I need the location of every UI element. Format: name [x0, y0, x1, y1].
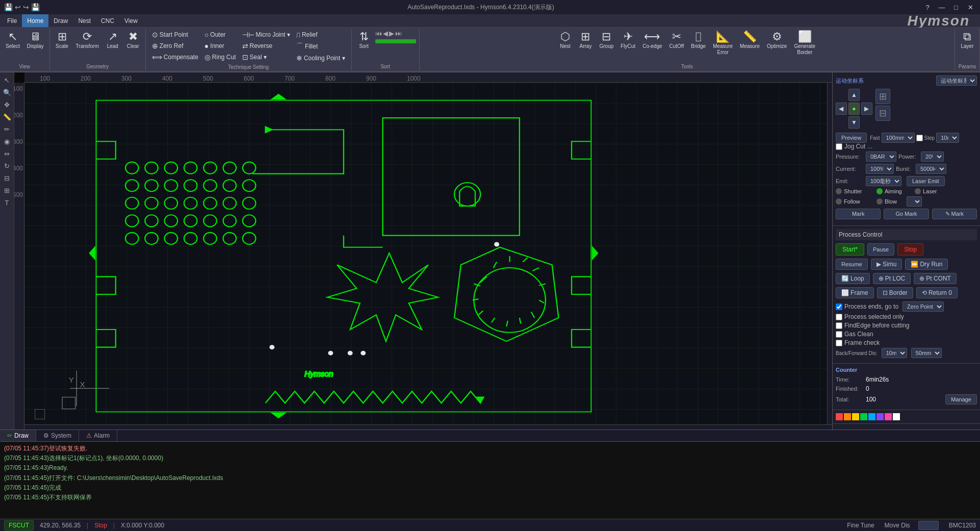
- border-btn[interactable]: ⊡ Border: [877, 287, 913, 298]
- select-btn[interactable]: ↖ Select: [3, 30, 22, 51]
- resume-btn[interactable]: Resume: [836, 259, 868, 270]
- canvas-area[interactable]: 100 200 300 400 500 600 700 800 900 1000…: [14, 72, 832, 429]
- mark-btn[interactable]: Mark: [836, 209, 881, 219]
- menu-file[interactable]: File: [2, 14, 22, 27]
- loop-btn[interactable]: 🔄 Loop: [836, 273, 870, 284]
- log-tab-alarm[interactable]: ⚠ Alarm: [79, 430, 117, 441]
- coord-center-btn[interactable]: ●: [848, 103, 860, 115]
- move-dis-input[interactable]: 10: [918, 521, 939, 530]
- sort-btn[interactable]: ⇅ Sort: [355, 30, 373, 51]
- menu-nest[interactable]: Nest: [73, 14, 96, 27]
- power-select[interactable]: 20%: [921, 151, 944, 162]
- swatch-5[interactable]: [868, 413, 875, 420]
- swatch-3[interactable]: [852, 413, 859, 420]
- relief-btn[interactable]: ⎍ Relief: [294, 30, 347, 40]
- process-selected-checkbox[interactable]: [836, 314, 842, 320]
- lt-pan-btn[interactable]: ✥: [1, 99, 13, 110]
- maximize-btn[interactable]: □: [950, 3, 962, 12]
- reverse-btn[interactable]: ⇄ Reverse: [240, 41, 292, 51]
- gas-clean-checkbox[interactable]: [836, 331, 842, 338]
- canvas-content[interactable]: Hymson X Y: [24, 83, 832, 429]
- coedge-btn[interactable]: ⟷ Co-edge: [640, 30, 664, 51]
- log-tab-system[interactable]: ⚙ System: [36, 430, 79, 441]
- close-btn[interactable]: ✕: [965, 3, 976, 12]
- generate-border-btn[interactable]: ⬜ GenerateBorder: [791, 30, 818, 57]
- log-tab-draw[interactable]: ✏ Draw: [0, 430, 36, 441]
- start-point-btn[interactable]: ⊙ Start Point: [150, 30, 200, 40]
- swatch-2[interactable]: [844, 413, 851, 420]
- pt-loc-btn[interactable]: ⊕ Pt LOC: [873, 273, 911, 284]
- jog-cut-checkbox[interactable]: [836, 143, 842, 150]
- measure-error-btn[interactable]: 📐 MeasureError: [710, 30, 735, 57]
- manage-btn[interactable]: Manage: [945, 394, 977, 404]
- menu-draw[interactable]: Draw: [48, 14, 73, 27]
- sort-right-btn[interactable]: ⏭: [395, 30, 402, 37]
- forward-select[interactable]: 50mm/s: [911, 348, 942, 358]
- lt-draw-btn[interactable]: ✏: [1, 123, 13, 135]
- current-select[interactable]: 100%: [866, 164, 894, 174]
- group-btn[interactable]: ⊟ Group: [597, 30, 616, 51]
- pressure-select[interactable]: 0BAR: [866, 151, 896, 162]
- inner-btn[interactable]: ● Inner: [202, 41, 238, 51]
- scale-btn[interactable]: ⊞ Scale: [53, 30, 71, 51]
- blow-select[interactable]: ▾: [907, 196, 922, 207]
- coord-left-btn[interactable]: ◀: [836, 103, 847, 115]
- sort-left-btn[interactable]: ⏮: [375, 30, 382, 37]
- coord-down-btn[interactable]: ▼: [848, 116, 860, 129]
- nest-btn[interactable]: ⬡ Nest: [556, 30, 574, 51]
- lead-btn[interactable]: ↗ Lead: [104, 30, 122, 51]
- array-btn[interactable]: ⊞ Array: [576, 30, 595, 51]
- fast-select[interactable]: 100mm/: [882, 133, 915, 143]
- display-btn[interactable]: 🖥 Display: [24, 30, 46, 51]
- return0-btn[interactable]: ⟲ Return 0: [916, 287, 958, 298]
- zero-ref-btn[interactable]: ⊕ Zero Ref: [150, 41, 200, 51]
- coord-side-top[interactable]: ⊞: [875, 89, 890, 104]
- sort-next-btn[interactable]: ▶: [389, 30, 394, 37]
- save-icon[interactable]: 💾: [31, 3, 40, 11]
- flycut-btn[interactable]: ✈ FlyCut: [618, 30, 638, 51]
- find-edge-checkbox[interactable]: [836, 322, 842, 329]
- layer-btn[interactable]: ⧉ Layer: [958, 30, 976, 51]
- lt-zoom-btn[interactable]: 🔍: [1, 87, 13, 98]
- fscut-btn[interactable]: FSCUT: [4, 520, 34, 530]
- swatch-6[interactable]: [876, 413, 884, 420]
- stop-btn[interactable]: Stop: [897, 243, 923, 256]
- lt-rotate-btn[interactable]: ↻: [1, 160, 13, 171]
- menu-home[interactable]: Home: [22, 14, 48, 27]
- coord-up-btn[interactable]: ▲: [848, 89, 860, 101]
- coord-side-bot[interactable]: ⊟: [875, 106, 890, 121]
- frame-check-checkbox[interactable]: [836, 340, 842, 346]
- pause-btn[interactable]: Pause: [867, 243, 894, 256]
- micro-joint-btn[interactable]: ⊣⊢ Micro Joint ▾: [240, 30, 292, 40]
- burst-select[interactable]: 5000Hz: [916, 164, 946, 174]
- ring-cut-btn[interactable]: ◎ Ring Cut: [202, 52, 238, 62]
- swatch-7[interactable]: [885, 413, 892, 420]
- menu-view[interactable]: View: [119, 14, 143, 27]
- swatch-8[interactable]: [893, 413, 900, 420]
- step-select[interactable]: 10mm: [936, 133, 959, 143]
- fast-checkbox[interactable]: [916, 135, 923, 141]
- lt-mirror-btn[interactable]: ⇔: [1, 148, 13, 159]
- help-icon[interactable]: ?: [922, 3, 933, 12]
- process-ends-checkbox[interactable]: [836, 304, 842, 310]
- simu-btn[interactable]: ▶ Simu: [871, 259, 902, 270]
- optimize-btn[interactable]: ⚙ Optimize: [764, 30, 789, 51]
- zero-point-select[interactable]: Zero Point: [902, 301, 944, 312]
- measure-btn[interactable]: 📏 Measure: [737, 30, 762, 51]
- dry-run-btn[interactable]: ⏩ Dry Run: [905, 259, 948, 270]
- preview-btn[interactable]: Preview: [836, 133, 867, 143]
- bridge-btn[interactable]: ⌷ Bridge: [688, 30, 708, 51]
- start-btn[interactable]: Start*: [836, 243, 864, 256]
- vertical-scrollbar[interactable]: [827, 83, 832, 424]
- clear-btn[interactable]: ✖ Clear: [124, 30, 142, 51]
- menu-cnc[interactable]: CNC: [96, 14, 119, 27]
- sort-prev-btn[interactable]: ◀: [383, 30, 388, 37]
- emit-select[interactable]: 100毫秒: [866, 176, 901, 186]
- back-select[interactable]: 10mm: [882, 348, 907, 358]
- swatch-1[interactable]: [836, 413, 843, 420]
- horizontal-scrollbar[interactable]: [24, 424, 832, 429]
- coord-right-btn[interactable]: ▶: [861, 103, 872, 115]
- mark2-btn[interactable]: ✎ Mark: [932, 209, 977, 219]
- lt-align-btn[interactable]: ⊟: [1, 172, 13, 184]
- minimize-btn[interactable]: —: [936, 3, 947, 12]
